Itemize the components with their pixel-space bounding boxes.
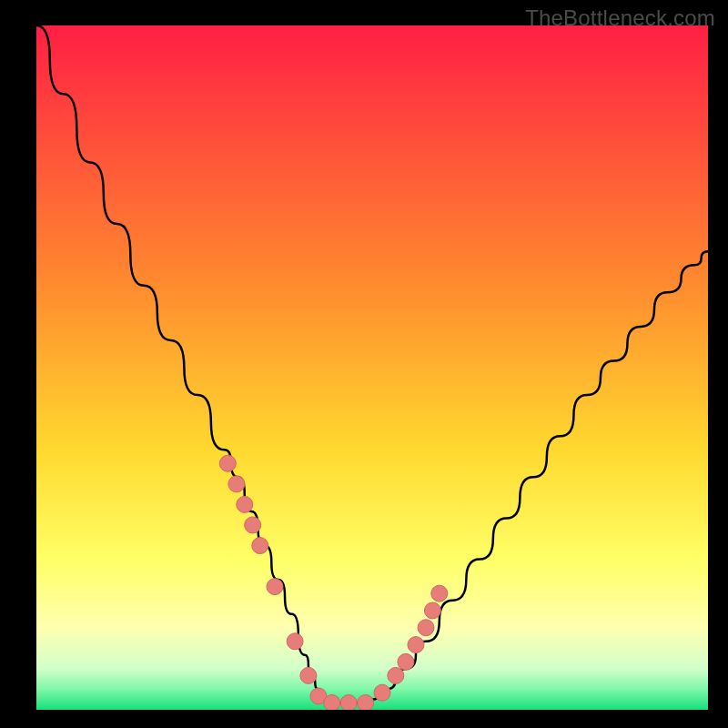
highlight-dot <box>252 538 268 554</box>
watermark-text: TheBottleneck.com <box>525 5 715 31</box>
highlight-dot <box>300 667 317 683</box>
highlight-dot <box>418 620 434 636</box>
highlight-dot <box>228 476 245 492</box>
highlight-dot <box>398 653 414 670</box>
highlight-dot <box>287 633 303 650</box>
plot-area <box>36 25 708 710</box>
highlight-dot <box>237 496 253 512</box>
highlight-dot <box>424 602 440 619</box>
highlight-dot <box>340 694 357 710</box>
highlight-dot <box>408 637 424 653</box>
highlight-dot <box>431 585 448 602</box>
highlight-dot <box>388 667 404 683</box>
highlight-dot <box>219 455 236 471</box>
highlight-dot <box>358 694 374 710</box>
gradient-background <box>36 25 708 710</box>
highlight-dot <box>374 684 390 701</box>
highlight-dot <box>324 694 340 710</box>
highlight-dot <box>245 517 261 533</box>
highlight-dot <box>267 579 283 595</box>
chart-svg <box>36 25 708 710</box>
chart-frame: TheBottleneck.com <box>0 0 728 728</box>
